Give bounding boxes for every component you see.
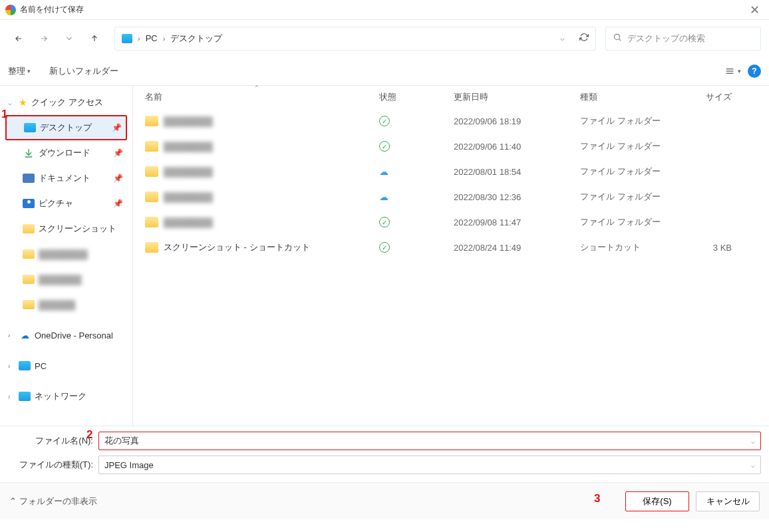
breadcrumb-desktop[interactable]: デスクトップ bbox=[170, 33, 222, 45]
recent-dropdown[interactable] bbox=[59, 28, 80, 49]
file-name: ████████ bbox=[164, 142, 243, 152]
file-status: ✓ bbox=[371, 217, 446, 228]
file-status: ✓ bbox=[371, 242, 446, 253]
file-date: 2022/09/08 11:47 bbox=[446, 217, 572, 227]
file-row[interactable]: ████████✓2022/09/06 11:40ファイル フォルダー bbox=[137, 134, 765, 159]
folder-icon bbox=[23, 249, 35, 259]
column-status[interactable]: 状態 bbox=[371, 91, 446, 103]
new-folder-button[interactable]: 新しいフォルダー bbox=[49, 65, 118, 77]
file-name: ████████ bbox=[164, 116, 243, 126]
filetype-select[interactable]: JPEG Image ⌵ bbox=[98, 456, 761, 474]
folder-icon bbox=[23, 300, 35, 309]
up-button[interactable] bbox=[84, 28, 105, 49]
pin-icon: 📌 bbox=[113, 199, 123, 208]
sidebar-quick-access[interactable]: ⌵ ★ クイック アクセス bbox=[5, 90, 127, 115]
file-row[interactable]: ████████☁2022/08/30 12:36ファイル フォルダー bbox=[137, 184, 765, 209]
file-date: 2022/08/01 18:54 bbox=[446, 167, 572, 177]
document-icon bbox=[23, 174, 35, 183]
search-input[interactable] bbox=[627, 33, 754, 43]
sidebar-item[interactable]: ██████ bbox=[5, 292, 127, 317]
file-row[interactable]: ████████✓2022/09/06 18:19ファイル フォルダー bbox=[137, 108, 765, 134]
breadcrumb-pc[interactable]: PC bbox=[146, 33, 158, 43]
folder-icon bbox=[145, 192, 158, 202]
column-name[interactable]: 名前 bbox=[137, 91, 371, 103]
search-icon bbox=[613, 33, 622, 44]
file-type: ファイル フォルダー bbox=[572, 140, 679, 152]
sidebar-item[interactable]: ███████ bbox=[5, 267, 127, 292]
onedrive-icon: ☁ bbox=[19, 331, 31, 340]
chevron-down-icon[interactable]: ⌵ bbox=[560, 34, 565, 43]
help-icon[interactable]: ? bbox=[748, 65, 761, 78]
file-type: ファイル フォルダー bbox=[572, 191, 679, 203]
file-type: ファイル フォルダー bbox=[572, 216, 679, 228]
column-size[interactable]: サイズ bbox=[679, 91, 740, 103]
nav-bar: › PC › デスクトップ ⌵ bbox=[0, 20, 769, 57]
chevron-right-icon: › bbox=[138, 35, 140, 43]
sidebar-downloads[interactable]: ダウンロード 📌 bbox=[5, 140, 127, 166]
address-bar[interactable]: › PC › デスクトップ ⌵ bbox=[114, 27, 596, 51]
desktop-icon bbox=[24, 123, 36, 132]
pin-icon: 📌 bbox=[113, 148, 123, 158]
organize-menu[interactable]: 整理▾ bbox=[8, 65, 31, 77]
folder-icon bbox=[145, 242, 158, 253]
sidebar-documents[interactable]: ドキュメント 📌 bbox=[5, 166, 127, 191]
window-title: 名前を付けて保存 bbox=[20, 4, 746, 15]
forward-button[interactable] bbox=[33, 28, 55, 49]
sidebar-network[interactable]: › ネットワーク bbox=[5, 384, 127, 409]
file-type: ファイル フォルダー bbox=[572, 115, 679, 127]
sort-indicator-icon: ⌃ bbox=[254, 84, 259, 91]
pin-icon: 📌 bbox=[112, 123, 122, 132]
search-box[interactable] bbox=[605, 27, 761, 51]
sidebar-item[interactable]: ████████ bbox=[5, 241, 127, 267]
check-icon: ✓ bbox=[379, 116, 390, 126]
chevron-down-icon[interactable]: ⌵ bbox=[751, 438, 755, 445]
file-type: ファイル フォルダー bbox=[572, 166, 679, 178]
file-date: 2022/08/24 11:49 bbox=[446, 243, 572, 253]
annotation-3: 3 bbox=[594, 492, 600, 505]
file-status: ☁ bbox=[371, 192, 446, 202]
file-name: ████████ bbox=[164, 217, 243, 227]
sidebar: ⌵ ★ クイック アクセス デスクトップ 📌 ダウンロード 📌 ドキュメント 📌… bbox=[0, 86, 133, 426]
check-icon: ✓ bbox=[379, 141, 390, 152]
close-icon[interactable]: ✕ bbox=[746, 3, 764, 17]
svg-point-0 bbox=[614, 34, 619, 39]
file-list: ⌃ 名前 状態 更新日時 種類 サイズ ████████✓2022/09/06 … bbox=[133, 86, 769, 426]
annotation-1: 1 bbox=[1, 108, 7, 121]
folder-icon bbox=[145, 217, 158, 227]
file-date: 2022/09/06 11:40 bbox=[446, 142, 572, 152]
refresh-icon[interactable] bbox=[579, 33, 589, 44]
filename-input[interactable]: 花の写真 ⌵ bbox=[98, 432, 761, 450]
file-name: スクリーンショット - ショートカット bbox=[164, 241, 310, 253]
chevron-down-icon[interactable]: ⌵ bbox=[751, 462, 755, 469]
column-type[interactable]: 種類 bbox=[572, 91, 679, 103]
column-date[interactable]: 更新日時 bbox=[446, 91, 572, 103]
file-row[interactable]: ████████✓2022/09/08 11:47ファイル フォルダー bbox=[137, 209, 765, 235]
file-status: ☁ bbox=[371, 166, 446, 177]
sidebar-desktop[interactable]: デスクトップ 📌 bbox=[5, 115, 127, 140]
file-row[interactable]: ████████☁2022/08/01 18:54ファイル フォルダー bbox=[137, 159, 765, 184]
cloud-icon: ☁ bbox=[379, 192, 388, 202]
toolbar: 整理▾ 新しいフォルダー ▾ ? bbox=[0, 57, 769, 86]
filetype-value: JPEG Image bbox=[104, 460, 154, 470]
toggle-folder-pane[interactable]: ⌃ フォルダーの非表示 bbox=[9, 495, 97, 507]
save-button[interactable]: 保存(S) bbox=[625, 491, 689, 511]
footer: ⌃ フォルダーの非表示 保存(S) キャンセル bbox=[0, 482, 769, 519]
back-button[interactable] bbox=[8, 28, 29, 49]
column-headers: 名前 状態 更新日時 種類 サイズ bbox=[137, 86, 765, 108]
chevron-right-icon: › bbox=[8, 332, 15, 339]
sidebar-screenshots[interactable]: スクリーンショット bbox=[5, 216, 127, 241]
location-icon bbox=[122, 34, 132, 43]
folder-icon bbox=[145, 141, 158, 152]
filename-label: ファイル名(N): bbox=[8, 435, 98, 447]
chevron-right-icon: › bbox=[163, 35, 166, 43]
sidebar-pictures[interactable]: ピクチャ 📌 bbox=[5, 191, 127, 216]
chevron-right-icon: › bbox=[8, 362, 15, 370]
file-type: ショートカット bbox=[572, 241, 679, 253]
cancel-button[interactable]: キャンセル bbox=[696, 491, 760, 511]
sidebar-pc[interactable]: › PC bbox=[5, 353, 127, 378]
file-row[interactable]: スクリーンショット - ショートカット✓2022/08/24 11:49ショート… bbox=[137, 235, 765, 260]
annotation-2: 2 bbox=[86, 428, 92, 442]
filename-panel: ファイル名(N): 花の写真 ⌵ ファイルの種類(T): JPEG Image … bbox=[0, 426, 769, 482]
view-options-button[interactable]: ▾ bbox=[724, 66, 741, 76]
sidebar-onedrive[interactable]: › ☁ OneDrive - Personal bbox=[5, 323, 127, 348]
